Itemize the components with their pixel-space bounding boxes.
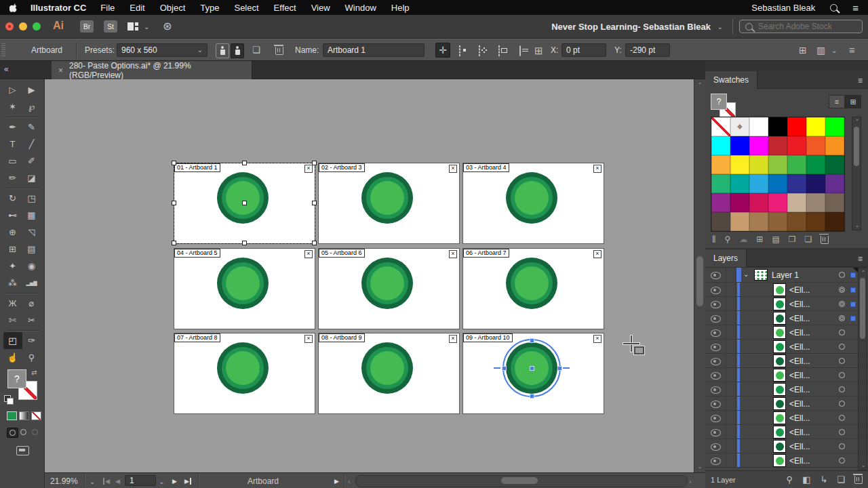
target-icon[interactable] (839, 401, 845, 407)
target-icon[interactable] (839, 344, 845, 350)
anchor-point[interactable] (530, 366, 534, 371)
green-circle[interactable] (506, 258, 557, 309)
grid-view-button[interactable]: ⊞ (845, 95, 861, 108)
fill-color-proxy[interactable]: ? (7, 369, 26, 388)
delete-artboard-badge-icon[interactable]: × (304, 250, 313, 258)
arrange-documents-icon[interactable] (127, 22, 138, 30)
menu-select[interactable]: Select (226, 3, 266, 13)
selection-handle[interactable] (242, 241, 247, 245)
swatches-panel-menu-icon[interactable]: ≡ (858, 76, 863, 85)
horizontal-scrollbar[interactable] (355, 475, 688, 487)
visibility-eye-icon[interactable] (711, 443, 721, 451)
artboard-7[interactable]: 07 - Artboard 8× (174, 333, 315, 414)
layer-thumbnail[interactable] (754, 269, 768, 281)
object-thumbnail[interactable] (773, 440, 786, 453)
target-icon[interactable] (839, 358, 845, 364)
swatch-color[interactable] (787, 155, 806, 174)
pen-tool-icon[interactable]: ✒ (3, 119, 22, 136)
layer-row-layer1[interactable]: ⌄Layer 1 (705, 268, 868, 283)
layers-scroll-down-icon[interactable]: ⌄ (859, 462, 868, 468)
swatch-color[interactable] (806, 136, 825, 155)
swatches-scroll-down-icon[interactable]: ⌄ (852, 222, 862, 228)
object-thumbnail[interactable] (773, 326, 786, 339)
selection-handle[interactable] (172, 201, 176, 205)
swatch-color[interactable] (711, 136, 730, 155)
tab-swatches[interactable]: Swatches (705, 71, 757, 89)
swatches-scroll-thumb[interactable] (854, 127, 859, 166)
object-thumbnail[interactable] (773, 298, 786, 310)
swatch-color[interactable] (730, 193, 749, 212)
perspective-grid-tool-icon[interactable]: ◹ (22, 224, 41, 241)
slice-tool-icon[interactable]: ✂ (22, 312, 41, 329)
delete-artboard-badge-icon[interactable]: × (593, 250, 601, 258)
visibility-eye-icon[interactable] (711, 344, 721, 351)
gradient-button[interactable] (19, 411, 29, 420)
zoom-dropdown-icon[interactable]: ⌄ (90, 479, 95, 485)
new-artboard-icon[interactable]: ❏ (252, 45, 260, 54)
target-icon[interactable] (839, 458, 845, 464)
presets-dropdown[interactable]: 960 x 560 ⌄ (117, 43, 208, 57)
target-icon[interactable] (839, 315, 845, 321)
target-icon[interactable] (839, 443, 845, 449)
logged-in-user[interactable]: Sebastian Bleak (751, 3, 815, 13)
target-icon[interactable] (839, 415, 845, 421)
swatch-color[interactable] (711, 155, 730, 174)
layer-row-ellipse[interactable]: <Ell... (705, 354, 868, 368)
object-thumbnail[interactable] (773, 383, 786, 396)
gradient-tool-icon[interactable]: ▤ (22, 241, 41, 258)
layer-row-ellipse[interactable]: <Ell... (705, 453, 868, 468)
scroll-left-icon[interactable]: ‹ (348, 477, 351, 485)
artboard-4[interactable]: 04 - Artboard 5× (174, 248, 315, 329)
swatch-libraries-icon[interactable]: ⫼ (712, 235, 716, 243)
swatch-color[interactable] (768, 212, 787, 231)
swatch-color[interactable] (749, 174, 768, 193)
vertical-scroll-thumb[interactable] (696, 256, 703, 306)
make-clip-mask-icon[interactable]: ◧ (802, 475, 810, 484)
default-fill-stroke-icon[interactable] (4, 395, 11, 402)
target-icon[interactable] (839, 429, 845, 435)
swatch-color[interactable] (768, 155, 787, 174)
swatch-color[interactable] (768, 174, 787, 193)
status-indicator[interactable]: Artboard (248, 476, 279, 486)
object-thumbnail[interactable] (773, 312, 786, 325)
menu-effect[interactable]: Effect (267, 3, 304, 13)
zoom-window-button[interactable] (33, 22, 41, 30)
shaper-tool-icon[interactable]: ✏ (3, 169, 22, 186)
object-thumbnail[interactable] (773, 454, 786, 467)
center-mark-icon[interactable] (459, 45, 460, 56)
control-bar-grip[interactable] (1, 43, 5, 57)
swatch-color[interactable] (730, 155, 749, 174)
swatch-color[interactable] (768, 193, 787, 212)
delete-artboard-badge-icon[interactable]: × (593, 165, 601, 173)
layer-row-ellipse[interactable]: <Ell... (705, 325, 868, 340)
swap-fill-stroke-icon[interactable]: ⇄ (31, 369, 37, 376)
gpu-performance-icon[interactable]: ⊛ (163, 21, 172, 32)
menu-object[interactable]: Object (153, 3, 193, 13)
visibility-eye-icon[interactable] (711, 372, 721, 380)
target-icon[interactable] (839, 329, 845, 336)
scroll-up-icon[interactable]: ⌃ (694, 82, 705, 88)
swatch-none[interactable] (711, 117, 730, 136)
visibility-eye-icon[interactable] (711, 429, 721, 436)
change-screen-mode-icon[interactable] (16, 446, 29, 455)
horizontal-scroll-thumb[interactable] (501, 477, 538, 484)
swatch-color[interactable] (730, 212, 749, 231)
artboard-number-dropdown-icon[interactable]: ⌄ (159, 479, 164, 485)
visibility-eye-icon[interactable] (711, 386, 721, 394)
document-tab[interactable]: × 280- Paste Options.ai* @ 21.99% (RGB/P… (52, 61, 252, 79)
x-position-field[interactable]: 0 pt (561, 43, 606, 57)
slice-selection-tool-icon[interactable]: ✑ (22, 332, 41, 349)
visibility-eye-icon[interactable] (711, 415, 721, 422)
layers-scroll-thumb[interactable] (860, 278, 865, 339)
new-sublayer-icon[interactable]: ↳ (820, 475, 827, 484)
swatch-color[interactable] (825, 136, 844, 155)
selection-handle[interactable] (242, 161, 247, 165)
notification-center-icon[interactable]: ≡ (852, 2, 859, 14)
selection-indicator[interactable] (850, 287, 856, 293)
artboard-2[interactable]: 02 - Artboard 3× (318, 163, 460, 244)
y-position-field[interactable]: -290 pt (625, 43, 670, 57)
add-to-library-icon[interactable]: ⚲ (725, 235, 731, 243)
draw-behind-button[interactable] (18, 428, 28, 436)
delete-artboard-badge-icon[interactable]: × (449, 250, 457, 258)
layers-panel-menu-icon[interactable]: ≡ (858, 254, 863, 264)
